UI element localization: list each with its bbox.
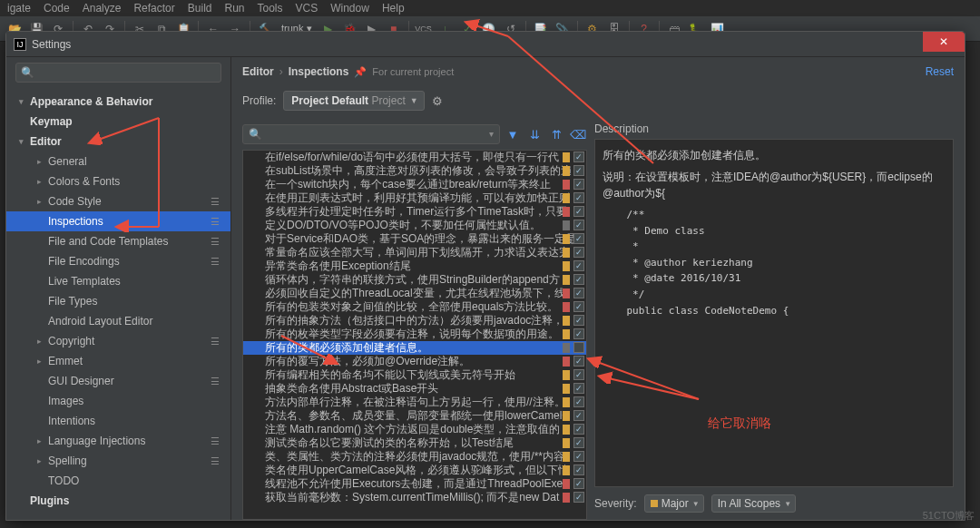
eraser-icon[interactable]: ⌫	[569, 125, 587, 143]
checkbox[interactable]: ✓	[573, 152, 584, 162]
checkbox[interactable]: ✓	[573, 478, 584, 489]
profile-gear-icon[interactable]: ⚙	[432, 94, 443, 108]
sidebar-item-language-injections[interactable]: ▸Language Injections☰	[6, 431, 230, 451]
checkbox[interactable]: ✓	[573, 369, 584, 380]
checkbox[interactable]: ✓	[573, 410, 584, 421]
checkbox[interactable]: ✓	[573, 424, 584, 435]
menu-window[interactable]: Window	[330, 2, 369, 15]
expand-icon[interactable]: ⇊	[525, 125, 544, 143]
profile-select[interactable]: Project Default Project ▼	[283, 91, 424, 111]
sidebar-item-spelling[interactable]: ▸Spelling☰	[6, 451, 230, 471]
sidebar-item-inspections[interactable]: Inspections☰	[6, 211, 230, 231]
checkbox[interactable]: ✓	[573, 301, 584, 312]
sidebar-item-code-style[interactable]: ▸Code Style☰	[6, 191, 230, 211]
menu-igate[interactable]: igate	[7, 2, 31, 15]
checkbox[interactable]: ✓	[573, 383, 584, 394]
inspection-row[interactable]: 所有的类都必须添加创建者信息。	[243, 341, 586, 355]
menu-analyze[interactable]: Analyze	[83, 2, 122, 15]
checkbox[interactable]: ✓	[573, 315, 584, 326]
checkbox[interactable]: ✓	[573, 464, 584, 475]
checkbox[interactable]: ✓	[573, 328, 584, 339]
inspection-row[interactable]: 测试类命名以它要测试的类的名称开始，以Test结尾✓	[243, 436, 586, 450]
sidebar-item-file-and-code-templates[interactable]: File and Code Templates☰	[6, 231, 230, 251]
sidebar-item-keymap[interactable]: Keymap	[6, 112, 230, 132]
filter-icon[interactable]: ▼	[504, 125, 522, 143]
inspection-row[interactable]: 循环体内，字符串的联接方式，使用StringBuilder的append方✓	[243, 273, 586, 287]
checkbox[interactable]: ✓	[573, 274, 584, 285]
inspection-row[interactable]: 常量命名应该全部大写，单词间用下划线隔开，力求语义表达完✓	[243, 246, 586, 259]
sidebar-item-file-types[interactable]: File Types	[6, 291, 230, 311]
checkbox[interactable]: ✓	[573, 247, 584, 258]
inspection-row[interactable]: 在subList场景中，高度注意对原列表的修改，会导致子列表的遍✓	[243, 164, 586, 178]
sidebar-item-appearance-behavior[interactable]: ▾Appearance & Behavior	[6, 92, 230, 112]
inspection-row[interactable]: 在使用正则表达式时，利用好其预编译功能，可以有效加快正则✓	[243, 191, 586, 205]
menu-vcs[interactable]: VCS	[296, 2, 318, 15]
inspection-row[interactable]: 所有的抽象方法（包括接口中的方法）必须要用javadoc注释，✓	[243, 314, 586, 328]
sidebar-item-editor[interactable]: ▾Editor	[6, 132, 230, 152]
menu-code[interactable]: Code	[44, 2, 70, 15]
reset-link[interactable]: Reset	[926, 65, 954, 78]
sidebar-item-android-layout-editor[interactable]: Android Layout Editor	[6, 311, 230, 331]
inspection-row[interactable]: 注意 Math.random() 这个方法返回是double类型，注意取值的✓	[243, 423, 586, 436]
inspection-row[interactable]: 多线程并行处理定时任务时，Timer运行多个TimeTask时，只要✓	[243, 205, 586, 219]
inspection-row[interactable]: 在一个switch块内，每个case要么通过break/return等来终止✓	[243, 178, 586, 191]
inspection-row[interactable]: 在if/else/for/while/do语句中必须使用大括号，即使只有一行代✓	[243, 151, 586, 164]
inspection-row[interactable]: 方法内部单行注释，在被注释语句上方另起一行，使用//注释。✓	[243, 396, 586, 409]
checkbox[interactable]: ✓	[573, 451, 584, 462]
inspection-row[interactable]: 定义DO/DTO/VO等POJO类时，不要加任何属性默认值。✓	[243, 219, 586, 232]
inspection-row[interactable]: 必须回收自定义的ThreadLocal变量，尤其在线程池场景下，线✓	[243, 287, 586, 300]
collapse-icon[interactable]: ⇈	[547, 125, 565, 143]
checkbox[interactable]: ✓	[573, 206, 584, 217]
sidebar-item-copyright[interactable]: ▸Copyright☰	[6, 331, 230, 351]
sidebar-item-todo[interactable]: TODO	[6, 471, 230, 491]
menu-refactor[interactable]: Refactor	[133, 2, 174, 15]
checkbox[interactable]: ✓	[573, 233, 584, 244]
menu-help[interactable]: Help	[382, 2, 405, 15]
search-options-icon[interactable]: ▾	[489, 129, 494, 139]
inspection-row[interactable]: 对于Service和DAO类，基于SOA的理念，暴露出来的服务一定是✓	[243, 232, 586, 246]
checkbox[interactable]: ✓	[573, 492, 584, 503]
menu-tools[interactable]: Tools	[257, 2, 282, 15]
inspection-row[interactable]: 线程池不允许使用Executors去创建，而是通过ThreadPoolExe✓	[243, 477, 586, 491]
close-button[interactable]: ✕	[923, 32, 965, 52]
settings-tree[interactable]: ▾Appearance & BehaviorKeymap▾Editor▸Gene…	[6, 88, 230, 520]
checkbox[interactable]: ✓	[573, 396, 584, 407]
sidebar-search-input[interactable]	[15, 63, 221, 83]
sidebar-item-gui-designer[interactable]: GUI Designer☰	[6, 371, 230, 391]
inspection-row[interactable]: 类名使用UpperCamelCase风格，必须遵从驼峰形式，但以下情✓	[243, 464, 586, 477]
inspection-search[interactable]: 🔍 ▾	[242, 124, 500, 144]
menu-run[interactable]: Run	[224, 2, 244, 15]
sidebar-item-plugins[interactable]: Plugins	[6, 491, 230, 511]
scope-select[interactable]: In All Scopes ▼	[711, 494, 796, 513]
sidebar-item-general[interactable]: ▸General	[6, 152, 230, 171]
severity-select[interactable]: Major ▼	[644, 494, 704, 513]
inspection-list[interactable]: 在if/else/for/while/do语句中必须使用大括号，即使只有一行代✓…	[242, 150, 587, 520]
settings-sidebar: 🔍 ▾Appearance & BehaviorKeymap▾Editor▸Ge…	[6, 57, 231, 520]
checkbox[interactable]: ✓	[573, 437, 584, 448]
inspection-row[interactable]: 获取当前毫秒数：System.currentTimeMillis(); 而不是n…	[243, 491, 586, 504]
checkbox[interactable]: ✓	[573, 179, 584, 190]
inspection-row[interactable]: 所有的枚举类型字段必须要有注释，说明每个数据项的用途。✓	[243, 328, 586, 341]
inspection-row[interactable]: 所有编程相关的命名均不能以下划线或美元符号开始✓	[243, 368, 586, 382]
checkbox[interactable]: ✓	[573, 260, 584, 271]
sidebar-item-live-templates[interactable]: Live Templates	[6, 271, 230, 291]
sidebar-item-file-encodings[interactable]: File Encodings☰	[6, 251, 230, 271]
sidebar-item-intentions[interactable]: Intentions	[6, 411, 230, 431]
checkbox[interactable]: ✓	[573, 356, 584, 367]
inspection-row[interactable]: 方法名、参数名、成员变量、局部变量都统一使用lowerCamelC✓	[243, 409, 586, 423]
checkbox[interactable]: ✓	[573, 220, 584, 230]
checkbox[interactable]: ✓	[573, 165, 584, 176]
checkbox[interactable]: ✓	[573, 288, 584, 298]
inspection-row[interactable]: 抽象类命名使用Abstract或Base开头✓	[243, 382, 586, 396]
inspection-row[interactable]: 所有的覆写方法，必须加@Override注解。✓	[243, 355, 586, 368]
sidebar-item-images[interactable]: Images	[6, 391, 230, 411]
sidebar-item-colors-fonts[interactable]: ▸Colors & Fonts	[6, 171, 230, 191]
checkbox[interactable]: ✓	[573, 192, 584, 203]
menu-build[interactable]: Build	[188, 2, 212, 15]
inspection-row[interactable]: 类、类属性、类方法的注释必须使用javadoc规范，使用/**内容✓	[243, 450, 586, 464]
sidebar-item-emmet[interactable]: ▸Emmet	[6, 351, 230, 371]
inspection-row[interactable]: 所有的包装类对象之间值的比较，全部使用equals方法比较。✓	[243, 300, 586, 314]
inspection-row[interactable]: 异常类命名使用Exception结尾✓	[243, 259, 586, 273]
checkbox[interactable]	[573, 342, 584, 353]
breadcrumb: Editor › Inspections 📌 For current proje…	[231, 57, 965, 86]
